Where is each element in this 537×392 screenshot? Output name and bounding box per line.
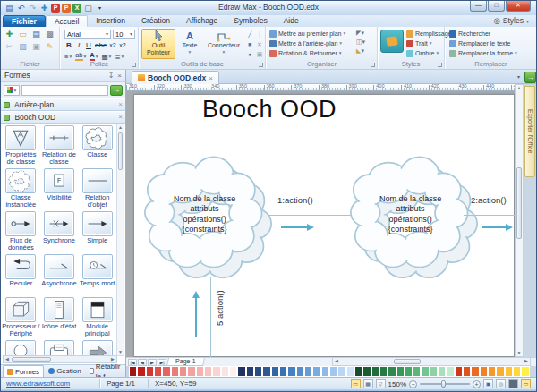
tab-gestion[interactable]: Gestion	[45, 365, 85, 377]
shape-classe[interactable]: Classe	[78, 124, 116, 166]
color-swatch[interactable]	[421, 366, 429, 377]
next-page-button[interactable]: ▶	[148, 359, 157, 366]
color-swatch[interactable]	[262, 366, 270, 377]
paste-icon[interactable]: ▣	[31, 42, 41, 52]
color-swatch[interactable]	[488, 366, 496, 377]
organiser-command-3[interactable]: Rotation & Retourner▾	[269, 49, 345, 57]
shape-category-dropdown[interactable]: ▾	[4, 85, 20, 96]
export-office-icon[interactable]: →	[524, 72, 536, 83]
shape-relation-d-objet[interactable]: Relation d'objet	[78, 166, 116, 209]
tab-fichier[interactable]: Fichier	[3, 15, 46, 27]
color-swatch[interactable]	[329, 366, 337, 377]
underline-button[interactable]: U	[84, 41, 93, 50]
color-swatch[interactable]	[221, 366, 229, 377]
superscript-button[interactable]: x2	[118, 41, 127, 50]
section-booch-ood[interactable]: Booch OOD ×	[1, 111, 125, 124]
tab-accueil[interactable]: Accueil	[46, 15, 88, 27]
color-swatch[interactable]	[271, 366, 279, 377]
close-icon[interactable]: ×	[118, 112, 123, 123]
color-swatch[interactable]	[204, 366, 212, 377]
format-painter-icon[interactable]: ✎	[45, 42, 55, 52]
color-swatch[interactable]	[321, 366, 329, 377]
zoom-slider[interactable]	[420, 383, 470, 385]
color-swatch[interactable]	[237, 366, 245, 377]
color-swatch[interactable]	[446, 366, 454, 377]
theme-button[interactable]	[380, 30, 404, 53]
message-arrow-2[interactable]	[482, 226, 507, 228]
ellipse-tool-icon[interactable]: ●	[245, 50, 254, 59]
shape-classe-instanci-e[interactable]: Classe instanciée	[2, 166, 40, 209]
color-swatch[interactable]	[438, 366, 446, 377]
color-swatch[interactable]	[455, 366, 463, 377]
tab-insertion[interactable]: Insertion	[88, 15, 133, 27]
zoom-area-button[interactable]: ◎	[496, 379, 506, 388]
message-arrow-5[interactable]	[195, 297, 197, 337]
shape-visibilit[interactable]: FVisibilité	[40, 166, 79, 209]
close-icon[interactable]: ×	[117, 70, 122, 81]
color-swatch[interactable]	[463, 366, 471, 377]
fullscreen-button[interactable]	[508, 379, 518, 388]
drawing-page[interactable]: Booch OOD Nom de la classe attributs opé…	[133, 94, 515, 357]
drawing-viewport[interactable]: Booch OOD Nom de la classe attributs opé…	[126, 91, 515, 357]
subscript-button[interactable]: x2	[108, 41, 117, 50]
color-swatch[interactable]	[129, 366, 137, 377]
shape-ic-ne-d-tat[interactable]: Icône d'état	[40, 295, 79, 338]
color-swatch[interactable]	[505, 366, 513, 377]
document-tab[interactable]: Booch OOD.edx ×	[132, 71, 219, 84]
print-icon[interactable]: ▩	[45, 30, 55, 39]
color-swatch[interactable]	[229, 366, 237, 377]
tab-aide[interactable]: Aide	[276, 15, 307, 27]
color-swatch[interactable]	[388, 366, 396, 377]
pointer-tool-button[interactable]: Outil Pointeur	[141, 29, 175, 59]
save-icon[interactable]: ▤	[31, 30, 41, 39]
color-swatch[interactable]	[187, 366, 195, 377]
styles-dialog-launcher[interactable]	[438, 63, 442, 67]
color-swatch[interactable]	[296, 366, 304, 377]
shape-temps-mort[interactable]: Temps mort	[78, 252, 116, 295]
color-swatch[interactable]	[196, 366, 204, 377]
shape-propri-t-s-de-classe[interactable]: Propriétés de classe	[2, 124, 40, 166]
color-swatch[interactable]	[171, 366, 179, 377]
font-size-select[interactable]: 10▾	[113, 30, 135, 39]
organiser-dialog-launcher[interactable]	[371, 63, 375, 67]
color-swatch[interactable]	[162, 366, 170, 377]
crop-tool-icon[interactable]: ▣	[255, 50, 264, 59]
strikethrough-button[interactable]: abc	[94, 41, 107, 50]
canvas-horizontal-scrollbar[interactable]: ◀▶	[332, 358, 531, 366]
shape-flux-de-donn-es[interactable]: Flux de données	[2, 209, 40, 252]
canvas-vertical-scrollbar[interactable]: ▲ ▼	[515, 84, 524, 357]
color-swatch[interactable]	[413, 366, 421, 377]
color-swatch[interactable]	[304, 366, 312, 377]
first-page-button[interactable]: |◀	[128, 359, 137, 366]
color-swatch[interactable]	[396, 366, 405, 377]
last-page-button[interactable]: ▶|	[158, 359, 166, 366]
shape-peripheral[interactable]	[78, 338, 116, 356]
remplacer-command-1[interactable]: Rechercher	[449, 30, 517, 38]
color-swatch[interactable]	[137, 366, 145, 377]
page-view-button[interactable]: ▦	[363, 379, 373, 388]
tab-création[interactable]: Création	[133, 15, 178, 27]
remplacer-command-2[interactable]: Remplacer le texte	[449, 39, 517, 47]
shape-relation-de-classe[interactable]: Relation de classe	[40, 124, 79, 166]
pin-icon[interactable]: ↧	[108, 70, 115, 81]
color-swatch[interactable]	[480, 366, 488, 377]
minimize-button[interactable]: —	[470, 1, 487, 12]
outils-dialog-launcher[interactable]	[259, 63, 263, 67]
bold-button[interactable]: B	[64, 41, 73, 50]
shape-processeur-p-riph[interactable]: Processeur / Périphé	[2, 295, 40, 338]
tab-symboles[interactable]: Symboles	[226, 15, 275, 27]
color-swatch[interactable]	[496, 366, 504, 377]
font-name-select[interactable]: Arial▾	[64, 30, 111, 39]
close-button[interactable]: ✕	[506, 1, 531, 12]
class-cloud-shape-2[interactable]: Nom de la classe attributs opérations() …	[349, 152, 480, 279]
arc-tool-icon[interactable]: ⌡	[255, 30, 264, 39]
tab-affichage[interactable]: Affichage	[178, 15, 226, 27]
tab-retablir[interactable]: Rétablir le f...	[86, 365, 126, 377]
shape-subsystem[interactable]	[40, 338, 79, 356]
color-swatch[interactable]	[212, 366, 220, 377]
copy-icon[interactable]: ▧	[18, 42, 28, 52]
shape-module-principal[interactable]: Module principal	[78, 295, 116, 338]
shape-asynchrone[interactable]: Asynchrone	[40, 252, 79, 295]
color-swatch[interactable]	[179, 366, 187, 377]
color-swatch[interactable]	[362, 366, 371, 377]
